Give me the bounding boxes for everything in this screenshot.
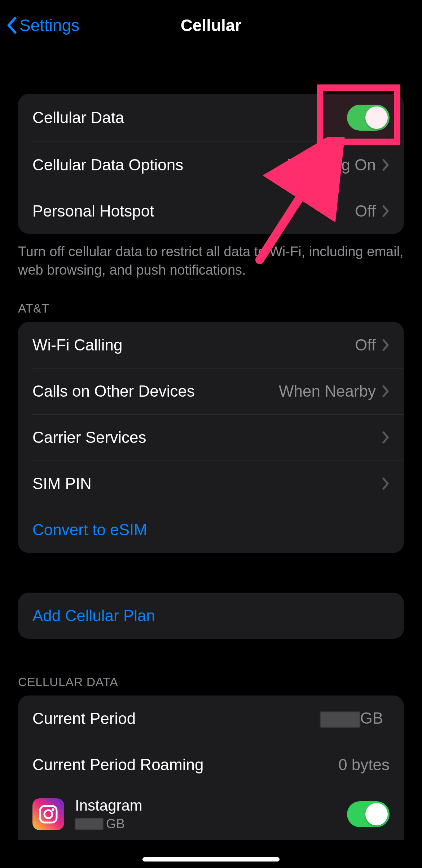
- chevron-right-icon: [382, 477, 390, 490]
- wifi-calling-value: Off: [355, 336, 376, 354]
- group-main: Cellular Data Cellular Data Options Roam…: [18, 94, 404, 234]
- row-personal-hotspot[interactable]: Personal Hotspot Off: [32, 188, 404, 234]
- current-period-roaming-value: 0 bytes: [338, 756, 390, 774]
- row-calls-other-devices[interactable]: Calls on Other Devices When Nearby: [32, 368, 404, 414]
- chevron-right-icon: [382, 339, 390, 351]
- calls-other-label: Calls on Other Devices: [32, 382, 279, 400]
- current-period-label: Current Period: [32, 710, 320, 728]
- toggle-knob: [365, 803, 388, 825]
- instagram-icon: [32, 798, 64, 830]
- chevron-right-icon: [382, 159, 390, 171]
- chevron-right-icon: [382, 385, 390, 397]
- row-current-period-roaming: Current Period Roaming 0 bytes: [32, 742, 404, 788]
- instagram-toggle[interactable]: [347, 801, 390, 827]
- row-add-cellular-plan[interactable]: Add Cellular Plan: [18, 593, 404, 639]
- chevron-right-icon: [382, 431, 390, 444]
- row-cellular-data[interactable]: Cellular Data: [18, 94, 404, 141]
- svg-rect-0: [40, 806, 57, 823]
- app-name: Instagram: [75, 797, 347, 814]
- back-label: Settings: [19, 16, 79, 35]
- row-convert-esim[interactable]: Convert to eSIM: [32, 507, 404, 553]
- toggle-knob: [365, 106, 388, 129]
- add-cellular-plan-label: Add Cellular Plan: [32, 607, 390, 625]
- group-usage: Current Period GB Current Period Roaming…: [18, 695, 404, 840]
- navbar: Settings Cellular: [0, 0, 422, 51]
- row-cellular-data-options[interactable]: Cellular Data Options Roaming On: [32, 141, 404, 188]
- cellular-data-label: Cellular Data: [32, 109, 347, 127]
- current-period-value: GB: [320, 709, 383, 727]
- personal-hotspot-value: Off: [355, 202, 376, 220]
- redacted-value: [320, 712, 360, 728]
- carrier-services-label: Carrier Services: [32, 428, 382, 446]
- cellular-data-options-value: Roaming On: [287, 156, 376, 174]
- chevron-left-icon: [6, 17, 17, 34]
- row-carrier-services[interactable]: Carrier Services: [32, 414, 404, 461]
- back-button[interactable]: Settings: [6, 0, 79, 51]
- app-usage: GB: [75, 816, 347, 832]
- svg-point-1: [44, 810, 52, 818]
- chevron-right-icon: [382, 205, 390, 217]
- cellular-data-usage-header: CELLULAR DATA: [0, 639, 422, 695]
- wifi-calling-label: Wi-Fi Calling: [32, 336, 355, 354]
- cellular-data-options-label: Cellular Data Options: [32, 156, 287, 174]
- redacted-value: [75, 818, 103, 830]
- home-indicator: [142, 857, 280, 862]
- group-add-plan: Add Cellular Plan: [18, 593, 404, 639]
- row-wifi-calling[interactable]: Wi-Fi Calling Off: [18, 322, 404, 368]
- cellular-data-toggle[interactable]: [347, 105, 390, 131]
- personal-hotspot-label: Personal Hotspot: [32, 202, 355, 220]
- row-sim-pin[interactable]: SIM PIN: [32, 461, 404, 507]
- group-main-footer: Turn off cellular data to restrict all d…: [0, 234, 422, 280]
- page-title: Cellular: [181, 16, 242, 35]
- calls-other-value: When Nearby: [279, 382, 376, 400]
- carrier-header: AT&T: [0, 280, 422, 322]
- convert-esim-label: Convert to eSIM: [32, 521, 390, 539]
- row-app-instagram[interactable]: Instagram GB: [32, 788, 404, 840]
- sim-pin-label: SIM PIN: [32, 475, 382, 493]
- group-carrier: Wi-Fi Calling Off Calls on Other Devices…: [18, 322, 404, 553]
- row-current-period: Current Period GB: [18, 695, 404, 742]
- current-period-roaming-label: Current Period Roaming: [32, 756, 338, 774]
- svg-point-2: [52, 808, 54, 811]
